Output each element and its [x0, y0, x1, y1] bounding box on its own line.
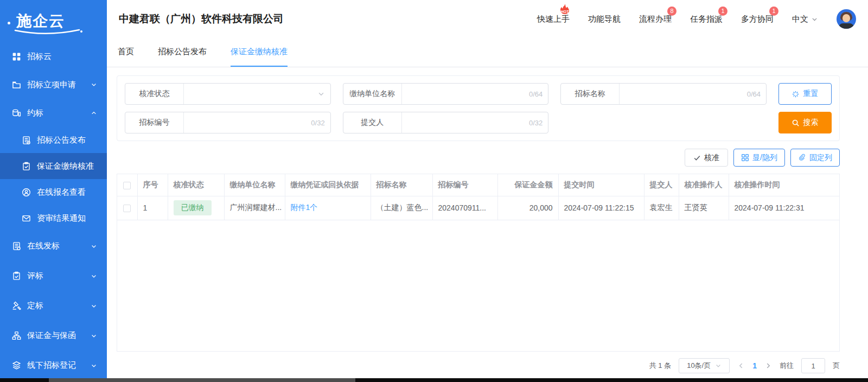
search-label: 搜索 [803, 118, 818, 128]
filter-panel: 核准状态 缴纳单位名称 0/64 招标名称 0/64 重置 [117, 75, 840, 141]
approve-label: 核准 [704, 153, 719, 163]
logo-dot [8, 22, 10, 24]
language-switcher[interactable]: 中文 [792, 14, 818, 24]
cell-approver: 王贤英 [679, 196, 729, 220]
sidebar-item-award-bid[interactable]: 定标 [0, 291, 107, 321]
sidebar-item-offline-register[interactable]: 线下招标登记 [0, 351, 107, 380]
sidebar-item-announcement-publish[interactable]: 招标公告发布 [0, 127, 107, 153]
top-nav: 快速上手 HOT 功能导航 流程办理 8 任务指派 1 多方协同 1 [537, 9, 856, 29]
field-label: 招标编号 [125, 112, 184, 133]
chevron-down-icon [317, 90, 325, 98]
col-header-submit-time: 提交时间 [558, 174, 644, 196]
bid-name-input[interactable] [625, 90, 743, 98]
table-row[interactable]: 1 已缴纳 广州润耀建材... 附件1个 （土建）蓝色... 202407091… [117, 196, 839, 220]
chevron-down-icon [91, 362, 97, 369]
filter-bid-no[interactable]: 招标编号 0/32 [125, 112, 331, 133]
tab-bar: 首页 招标公告发布 保证金缴纳核准 [107, 38, 868, 67]
sidebar-item-label: 保证金与保函 [27, 330, 76, 341]
filter-pay-unit[interactable]: 缴纳单位名称 0/64 [343, 83, 549, 105]
col-header-approver: 核准操作人 [679, 174, 729, 196]
table-toolbar: 核准 显/隐列 固定列 [117, 149, 840, 167]
approve-status-input[interactable] [189, 90, 317, 98]
filter-bid-name[interactable]: 招标名称 0/64 [560, 83, 767, 105]
sidebar-item-label: 评标 [27, 271, 43, 281]
nav-quick-start[interactable]: 快速上手 HOT [537, 14, 570, 24]
row-checkbox[interactable] [123, 205, 131, 212]
tab-home[interactable]: 首页 [118, 38, 134, 67]
sidebar-item-invite-bid[interactable]: 约标 [0, 99, 107, 127]
chevron-down-icon [91, 81, 97, 88]
cell-submit-time: 2024-07-09 11:22:15 [558, 196, 644, 220]
current-page[interactable]: 1 [752, 361, 757, 370]
page-size-label: 10条/页 [687, 361, 711, 371]
user-circle-icon [22, 188, 31, 197]
col-header-approve-time: 核准操作时间 [729, 174, 839, 196]
gavel-icon [12, 301, 21, 310]
goto-label: 前往 [780, 361, 794, 371]
user-avatar[interactable] [837, 9, 856, 29]
col-header-amount: 保证金金额 [497, 174, 558, 196]
goto-page-input[interactable] [801, 358, 825, 373]
sidebar-item-review-result[interactable]: 资审结果通知 [0, 205, 107, 231]
sidebar-item-project-apply[interactable]: 招标立项申请 [0, 71, 107, 99]
approve-status-select[interactable] [184, 84, 330, 104]
sidebar-item-bidding-cloud[interactable]: 招标云 [0, 42, 107, 71]
next-page-button[interactable] [764, 362, 772, 370]
nav-feature-guide[interactable]: 功能导航 [588, 14, 621, 24]
reset-button[interactable]: 重置 [778, 83, 832, 105]
sidebar-item-deposit-approval[interactable]: 保证金缴纳核准 [0, 153, 107, 179]
col-header-status: 核准状态 [168, 174, 224, 196]
sidebar-item-label: 约标 [27, 108, 43, 118]
cell-amount: 20,000 [497, 196, 558, 220]
col-header-voucher: 缴纳凭证或回执依据 [285, 174, 371, 196]
cell-submitter: 袁宏生 [644, 196, 679, 220]
nav-label: 功能导航 [588, 14, 621, 23]
columns-label: 显/隐列 [752, 153, 777, 163]
total-count: 共 1 条 [649, 361, 671, 371]
attachment-link[interactable]: 附件1个 [291, 203, 318, 212]
nav-label: 快速上手 [537, 14, 570, 23]
tab-announcement-publish[interactable]: 招标公告发布 [158, 38, 207, 67]
bid-no-input[interactable] [189, 118, 308, 127]
sidebar-item-evaluate-bid[interactable]: 评标 [0, 261, 107, 291]
search-button[interactable]: 搜索 [778, 112, 832, 133]
sidebar-item-deposit-guarantee[interactable]: 保证金与保函 [0, 321, 107, 351]
reset-label: 重置 [803, 89, 818, 99]
select-all-checkbox[interactable] [123, 182, 131, 189]
nav-process-handle[interactable]: 流程办理 8 [639, 14, 672, 24]
approve-button[interactable]: 核准 [685, 149, 728, 167]
pin-label: 固定列 [809, 153, 832, 163]
char-counter: 0/32 [529, 119, 542, 127]
pin-columns-button[interactable]: 固定列 [790, 149, 840, 167]
pay-unit-input[interactable] [407, 90, 526, 98]
col-header-bid-no: 招标编号 [432, 174, 497, 196]
mail-icon [22, 214, 31, 223]
sidebar-item-online-issue[interactable]: 在线发标 [0, 231, 107, 261]
nav-task-assign[interactable]: 任务指派 1 [690, 14, 723, 24]
nav-multi-collab[interactable]: 多方协同 1 [741, 14, 774, 24]
page-size-select[interactable]: 10条/页 [679, 358, 730, 373]
col-header-submitter: 提交人 [644, 174, 679, 196]
page-suffix: 页 [833, 361, 840, 371]
nav-label: 多方协同 [741, 14, 774, 23]
svg-text:HOT: HOT [561, 9, 570, 13]
col-header-unit: 缴纳单位名称 [224, 174, 285, 196]
chevron-down-icon [811, 16, 818, 23]
sidebar-item-online-signup[interactable]: 在线报名查看 [0, 179, 107, 205]
language-label: 中文 [792, 14, 808, 24]
filter-approve-status[interactable]: 核准状态 [125, 83, 331, 105]
document-icon [22, 136, 31, 145]
cell-bid-name: （土建）蓝色... [371, 196, 432, 220]
submitter-input[interactable] [407, 118, 526, 127]
check-icon [693, 154, 701, 162]
sidebar-item-label: 保证金缴纳核准 [37, 161, 94, 171]
show-hide-columns-button[interactable]: 显/隐列 [733, 149, 785, 167]
field-label: 缴纳单位名称 [343, 84, 402, 104]
sidebar-item-label: 线下招标登记 [27, 360, 76, 371]
prev-page-button[interactable] [737, 362, 745, 370]
tab-deposit-approval[interactable]: 保证金缴纳核准 [231, 38, 288, 67]
company-name: 中建君联（广州）软件科技有限公司 [119, 12, 284, 26]
filter-submitter[interactable]: 提交人 0/32 [343, 112, 549, 133]
main-area: 中建君联（广州）软件科技有限公司 快速上手 HOT 功能导航 流程办理 8 任务… [107, 0, 868, 378]
nav-label: 任务指派 [690, 14, 723, 23]
